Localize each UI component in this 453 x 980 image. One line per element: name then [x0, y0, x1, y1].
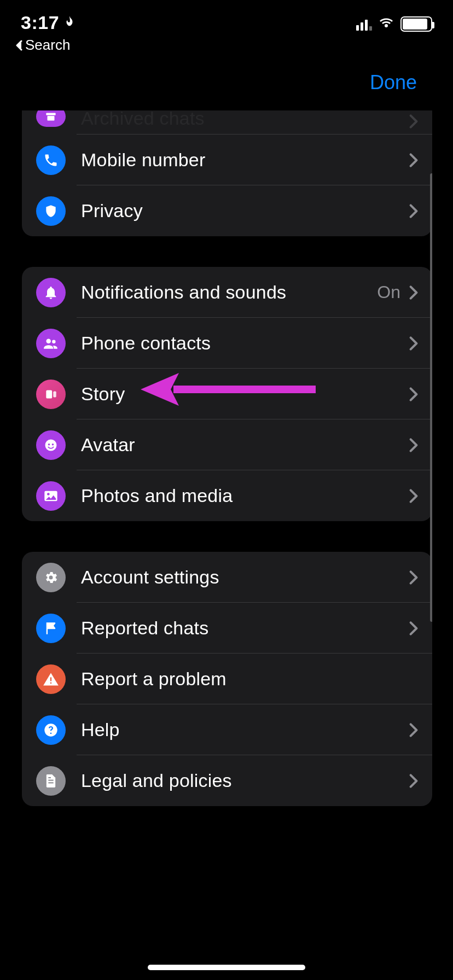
chevron-right-icon	[409, 387, 418, 402]
battery-icon	[400, 16, 432, 32]
row-label: Avatar	[81, 434, 409, 456]
svg-rect-4	[46, 390, 52, 398]
settings-group-account: Archived chats Mobile number Privacy	[22, 110, 432, 236]
svg-point-6	[45, 439, 57, 451]
chevron-right-icon	[409, 153, 418, 168]
back-to-search[interactable]: Search	[15, 37, 70, 54]
row-label: Story	[81, 383, 409, 405]
chevron-right-icon	[409, 285, 418, 300]
settings-content[interactable]: Archived chats Mobile number Privacy	[22, 110, 432, 980]
row-story[interactable]: Story	[22, 369, 432, 419]
wifi-icon	[378, 16, 395, 32]
document-icon	[36, 766, 66, 796]
svg-rect-13	[48, 782, 53, 783]
svg-rect-12	[48, 779, 53, 780]
svg-rect-0	[46, 113, 55, 115]
scroll-indicator[interactable]	[430, 173, 432, 622]
back-label: Search	[25, 37, 70, 54]
sheet-header: Done	[22, 55, 432, 110]
chevron-right-icon	[409, 438, 418, 453]
status-bar: 3:17 Search	[0, 0, 453, 55]
svg-point-10	[47, 493, 50, 495]
status-time: 3:17	[21, 12, 59, 33]
row-privacy[interactable]: Privacy	[22, 185, 432, 236]
cellular-icon	[356, 18, 372, 31]
chevron-right-icon	[409, 722, 418, 738]
row-report-problem[interactable]: Report a problem	[22, 654, 432, 704]
settings-group-preferences: Notifications and sounds On Phone contac…	[22, 267, 432, 521]
row-photos-media[interactable]: Photos and media	[22, 470, 432, 521]
bell-icon	[36, 278, 66, 307]
chevron-right-icon	[409, 203, 418, 219]
row-label: Archived chats	[81, 110, 409, 129]
row-label: Notifications and sounds	[81, 282, 377, 303]
phone-icon	[36, 145, 66, 175]
row-label: Help	[81, 719, 409, 740]
row-avatar[interactable]: Avatar	[22, 419, 432, 470]
status-right	[356, 12, 432, 32]
svg-rect-14	[48, 777, 51, 778]
chevron-right-icon	[409, 336, 418, 351]
row-archived-chats[interactable]: Archived chats	[22, 110, 432, 135]
settings-group-support: Account settings Reported chats Report a…	[22, 552, 432, 806]
settings-sheet: Done Archived chats Mobile number	[22, 55, 432, 980]
chevron-right-icon	[409, 773, 418, 789]
chevron-right-icon	[409, 570, 418, 585]
row-label: Legal and policies	[81, 770, 409, 791]
archive-icon	[36, 110, 66, 127]
contacts-icon	[36, 329, 66, 358]
chevron-right-icon	[409, 488, 418, 504]
row-label: Mobile number	[81, 149, 409, 171]
row-legal-policies[interactable]: Legal and policies	[22, 755, 432, 806]
warning-icon	[36, 664, 66, 694]
row-phone-contacts[interactable]: Phone contacts	[22, 318, 432, 369]
chevron-right-icon	[409, 114, 418, 129]
row-account-settings[interactable]: Account settings	[22, 552, 432, 603]
svg-point-2	[46, 339, 51, 343]
row-label: Photos and media	[81, 485, 409, 506]
row-label: Privacy	[81, 200, 409, 221]
photo-icon	[36, 481, 66, 511]
flame-icon	[63, 15, 76, 31]
svg-rect-5	[53, 391, 56, 397]
gear-icon	[36, 563, 66, 592]
story-icon	[36, 380, 66, 409]
row-notifications[interactable]: Notifications and sounds On	[22, 267, 432, 318]
svg-point-8	[52, 444, 54, 446]
row-label: Account settings	[81, 567, 409, 588]
svg-point-7	[48, 444, 50, 446]
home-indicator[interactable]	[148, 965, 305, 970]
row-label: Reported chats	[81, 617, 409, 639]
row-label: Report a problem	[81, 668, 418, 690]
row-value: On	[377, 282, 400, 302]
svg-rect-1	[48, 116, 55, 121]
shield-icon	[36, 196, 66, 226]
chevron-right-icon	[409, 621, 418, 636]
svg-point-3	[52, 340, 55, 343]
row-reported-chats[interactable]: Reported chats	[22, 603, 432, 654]
row-mobile-number[interactable]: Mobile number	[22, 135, 432, 185]
flag-icon	[36, 614, 66, 643]
status-left: 3:17 Search	[21, 12, 76, 54]
help-icon	[36, 715, 66, 745]
row-label: Phone contacts	[81, 332, 409, 354]
avatar-icon	[36, 430, 66, 460]
row-help[interactable]: Help	[22, 704, 432, 755]
done-button[interactable]: Done	[370, 71, 417, 94]
